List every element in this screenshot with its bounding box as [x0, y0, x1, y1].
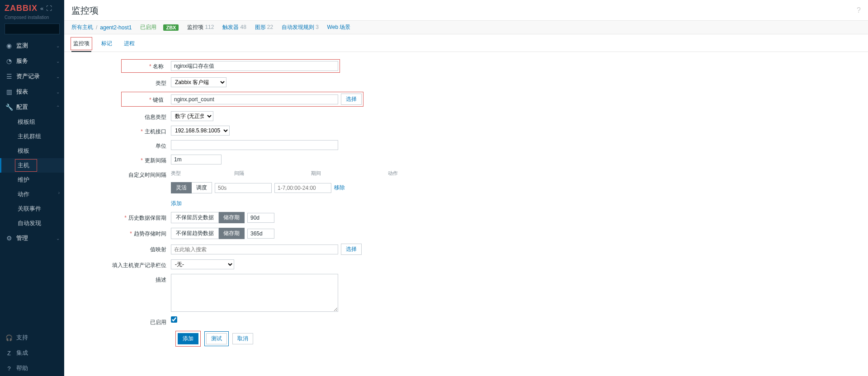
interval-remove-button[interactable]: 移除 — [334, 184, 345, 192]
footer-help[interactable]: ? 帮助 — [0, 361, 64, 376]
subnav-host-groups[interactable]: 主机群组 — [0, 129, 64, 144]
valuemap-input[interactable] — [171, 244, 338, 254]
trends-period-button[interactable]: 储存期 — [219, 228, 245, 239]
crumb-host[interactable]: agent2-host1 — [100, 24, 132, 31]
key-select-button[interactable]: 选择 — [341, 94, 362, 105]
description-textarea[interactable] — [171, 274, 338, 312]
footer-support[interactable]: 🎧 支持 — [0, 330, 64, 345]
crumb-triggers[interactable]: 触发器 48 — [222, 24, 246, 31]
units-input[interactable] — [171, 140, 338, 150]
trends-toggle: 不保留趋势数据 储存期 — [171, 228, 245, 239]
subnav-hosts[interactable]: 主机 — [0, 158, 64, 173]
chevron-down-icon: ⌄ — [56, 236, 60, 241]
type-select[interactable]: Zabbix 客户端 — [171, 77, 226, 87]
collapse-icon[interactable]: « — [40, 5, 43, 12]
wrench-icon: 🔧 — [5, 103, 14, 111]
row-info-type: 信息类型 数字 (无正负) — [71, 111, 861, 121]
row-type: 类型 Zabbix 客户端 — [71, 77, 861, 87]
form: * 名称 类型 Zabbix 客户端 * 键值 — [64, 52, 868, 354]
test-highlight: 测试 — [204, 331, 229, 346]
sidebar-footer: 🎧 支持 Z 集成 ? 帮助 — [0, 330, 64, 376]
interval-add-button[interactable]: 添加 — [171, 200, 182, 207]
nav-administration[interactable]: ⚙ 管理 ⌄ — [0, 230, 64, 246]
nav-reports[interactable]: ▥ 报表 ⌄ — [0, 84, 64, 99]
history-label: *历史数据保留期 — [71, 212, 171, 222]
required-mark: * — [149, 63, 151, 70]
header-interval: 间隔 — [234, 170, 288, 177]
interval-value-input[interactable] — [215, 183, 272, 193]
update-interval-input[interactable] — [171, 155, 222, 164]
search-box[interactable]: 🔍 — [5, 24, 60, 34]
nav-monitoring[interactable]: ◉ 监测 ⌄ — [0, 38, 64, 53]
status-enabled: 已启用 — [140, 24, 156, 31]
chevron-down-icon: ⌄ — [56, 89, 60, 94]
chevron-down-icon: ⌄ — [56, 43, 60, 48]
row-inventory: 填入主机资产记录栏位 -无- — [71, 259, 861, 269]
crumb-all-hosts[interactable]: 所有主机 — [71, 24, 93, 31]
key-highlight: * 键值 选择 — [121, 92, 363, 107]
cancel-button[interactable]: 取消 — [232, 333, 253, 344]
description-label: 描述 — [71, 274, 171, 284]
row-custom-intervals: 自定义时间间隔 类型 间隔 期间 动作 灵活 调度 — [71, 169, 861, 207]
header-type: 类型 — [171, 170, 212, 177]
footer-integrations-label: 集成 — [14, 349, 28, 357]
nav-services[interactable]: ◔ 服务 ⌄ — [0, 53, 64, 69]
crumb-graphs[interactable]: 图形 22 — [255, 24, 274, 31]
tab-tags[interactable]: 标记 — [99, 38, 114, 52]
valuemap-label: 值映射 — [71, 244, 171, 254]
subnav-actions[interactable]: 动作 › — [0, 187, 64, 202]
row-trends: *趋势存储时间 不保留趋势数据 储存期 — [71, 228, 861, 239]
history-value-input[interactable] — [247, 213, 274, 223]
key-input[interactable] — [171, 94, 338, 104]
subnav-maintenance[interactable]: 维护 — [0, 173, 64, 187]
footer-help-label: 帮助 — [14, 364, 28, 372]
brand-logo: ZABBIX — [5, 4, 38, 13]
headset-icon: 🎧 — [5, 334, 14, 341]
nav-configuration[interactable]: 🔧 配置 ⌃ — [0, 99, 64, 115]
gear-icon: ⚙ — [5, 235, 14, 242]
crumb-web[interactable]: Web 场景 — [327, 24, 351, 31]
crumb-discovery[interactable]: 自动发现规则 3 — [282, 24, 319, 31]
crumb-items[interactable]: 监控项 112 — [187, 24, 214, 31]
inventory-select[interactable]: -无- — [171, 259, 234, 269]
subnav-discovery[interactable]: 自动发现 — [0, 216, 64, 230]
nav-inventory[interactable]: ☰ 资产记录 ⌄ — [0, 69, 64, 84]
help-icon[interactable]: ? — [857, 6, 861, 14]
add-button[interactable]: 添加 — [178, 333, 198, 344]
crumb-items-label: 监控项 — [187, 24, 203, 30]
subnav-template-groups[interactable]: 模板组 — [0, 115, 64, 129]
info-type-select[interactable]: 数字 (无正负) — [171, 111, 213, 121]
seg-flexible[interactable]: 灵活 — [171, 182, 192, 193]
chevron-right-icon: › — [58, 190, 60, 195]
question-icon: ? — [5, 365, 14, 372]
row-units: 单位 — [71, 140, 861, 150]
interface-label: *主机接口 — [71, 126, 171, 136]
history-toggle: 不保留历史数据 储存期 — [171, 212, 245, 223]
fullscreen-icon[interactable]: ⛶ — [46, 5, 52, 12]
name-label-wrap: * 名称 — [123, 61, 168, 70]
interval-period-input[interactable] — [274, 183, 331, 193]
tab-preprocessing[interactable]: 进程 — [122, 38, 137, 52]
test-button[interactable]: 测试 — [206, 333, 227, 344]
trends-value-input[interactable] — [247, 229, 274, 239]
subnav-templates[interactable]: 模板 — [0, 144, 64, 158]
intervals-header: 类型 间隔 期间 动作 — [171, 169, 398, 179]
inventory-label: 填入主机资产记录栏位 — [71, 259, 171, 269]
tab-item[interactable]: 监控项 — [71, 38, 91, 52]
footer-support-label: 支持 — [14, 334, 28, 342]
enabled-checkbox[interactable] — [171, 316, 177, 323]
footer-integrations[interactable]: Z 集成 — [0, 345, 64, 361]
header-period: 期间 — [311, 170, 365, 177]
name-input[interactable] — [171, 61, 338, 71]
history-period-button[interactable]: 储存期 — [219, 212, 245, 223]
nav-configuration-label: 配置 — [14, 103, 56, 111]
row-enabled: 已启用 — [71, 316, 861, 326]
subnav-correlation[interactable]: 关联事件 — [0, 202, 64, 216]
interface-select[interactable]: 192.168.5.98:10050 — [171, 126, 230, 136]
add-highlight: 添加 — [175, 331, 201, 347]
history-none-button[interactable]: 不保留历史数据 — [171, 212, 219, 223]
valuemap-select-button[interactable]: 选择 — [341, 244, 362, 255]
units-label: 单位 — [71, 140, 171, 150]
trends-none-button[interactable]: 不保留趋势数据 — [171, 228, 219, 239]
seg-scheduling[interactable]: 调度 — [192, 182, 212, 193]
